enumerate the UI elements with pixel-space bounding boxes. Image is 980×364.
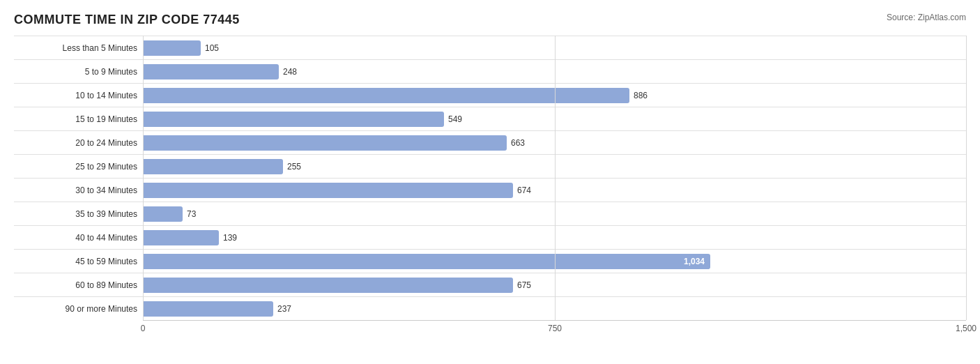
bar-label: 20 to 24 Minutes xyxy=(14,138,143,148)
x-tick-label: 1,500 xyxy=(956,324,977,333)
x-tick-label: 750 xyxy=(548,324,562,333)
bar-row: 5 to 9 Minutes248 xyxy=(14,59,966,83)
bar-value-label: 1,034 xyxy=(684,257,705,266)
bar-label: 25 to 29 Minutes xyxy=(14,162,143,172)
bar-fill xyxy=(143,88,629,103)
bar-value-label: 674 xyxy=(517,185,531,195)
bar-fill xyxy=(143,301,273,317)
bar-label: 35 to 39 Minutes xyxy=(14,209,143,219)
grid-line xyxy=(966,36,967,320)
x-axis: 07501,500 xyxy=(143,320,966,324)
bar-fill xyxy=(143,135,507,151)
bar-track: 105 xyxy=(143,40,966,56)
bar-row: 15 to 19 Minutes549 xyxy=(14,107,966,130)
bar-value-label: 105 xyxy=(205,43,219,53)
bar-label: 30 to 34 Minutes xyxy=(14,185,143,195)
bar-fill xyxy=(143,64,279,79)
bar-row: Less than 5 Minutes105 xyxy=(14,36,966,59)
bar-value-label: 675 xyxy=(517,280,531,290)
bar-value-label: 248 xyxy=(283,67,297,77)
bar-fill xyxy=(143,254,710,269)
bar-track: 248 xyxy=(143,64,966,79)
bar-row: 90 or more Minutes237 xyxy=(14,296,966,320)
bar-value-label: 663 xyxy=(511,138,525,148)
bar-track: 139 xyxy=(143,230,966,245)
bar-track: 886 xyxy=(143,88,966,103)
chart-header: COMMUTE TIME IN ZIP CODE 77445 Source: Z… xyxy=(14,13,966,27)
bar-row: 20 to 24 Minutes663 xyxy=(14,130,966,154)
bar-label: 5 to 9 Minutes xyxy=(14,67,143,77)
bar-value-label: 237 xyxy=(277,304,291,314)
chart-container: COMMUTE TIME IN ZIP CODE 77445 Source: Z… xyxy=(0,0,980,364)
bar-value-label: 73 xyxy=(187,209,196,219)
bar-track: 675 xyxy=(143,278,966,293)
bar-value-label: 549 xyxy=(448,114,462,124)
bar-label: 60 to 89 Minutes xyxy=(14,280,143,290)
bar-track: 663 xyxy=(143,135,966,151)
bar-row: 45 to 59 Minutes1,034 xyxy=(14,249,966,273)
bar-fill xyxy=(143,278,513,293)
bar-fill xyxy=(143,159,283,174)
bar-fill xyxy=(143,40,201,56)
bar-value-label: 139 xyxy=(223,233,237,243)
bar-row: 60 to 89 Minutes675 xyxy=(14,273,966,296)
chart-title: COMMUTE TIME IN ZIP CODE 77445 xyxy=(14,13,240,27)
bar-label: 15 to 19 Minutes xyxy=(14,114,143,124)
bar-row: 35 to 39 Minutes73 xyxy=(14,202,966,225)
bar-row: 30 to 34 Minutes674 xyxy=(14,178,966,202)
bar-track: 237 xyxy=(143,301,966,317)
bar-label: 10 to 14 Minutes xyxy=(14,91,143,100)
bar-value-label: 886 xyxy=(634,91,648,100)
bar-track: 1,034 xyxy=(143,254,966,269)
bar-track: 549 xyxy=(143,112,966,127)
bar-row: 40 to 44 Minutes139 xyxy=(14,225,966,249)
bar-track: 255 xyxy=(143,159,966,174)
bar-label: 40 to 44 Minutes xyxy=(14,233,143,243)
bar-fill xyxy=(143,206,183,222)
x-tick-label: 0 xyxy=(141,324,146,333)
bar-label: 90 or more Minutes xyxy=(14,304,143,314)
bar-label: Less than 5 Minutes xyxy=(14,43,143,53)
chart-source: Source: ZipAtlas.com xyxy=(887,13,966,22)
bar-row: 25 to 29 Minutes255 xyxy=(14,154,966,178)
bar-row: 10 to 14 Minutes886 xyxy=(14,83,966,107)
bar-fill xyxy=(143,183,513,198)
bar-value-label: 255 xyxy=(287,162,301,172)
bar-label: 45 to 59 Minutes xyxy=(14,257,143,266)
bar-track: 73 xyxy=(143,206,966,222)
bar-fill xyxy=(143,230,219,245)
bar-track: 674 xyxy=(143,183,966,198)
bar-fill xyxy=(143,112,444,127)
